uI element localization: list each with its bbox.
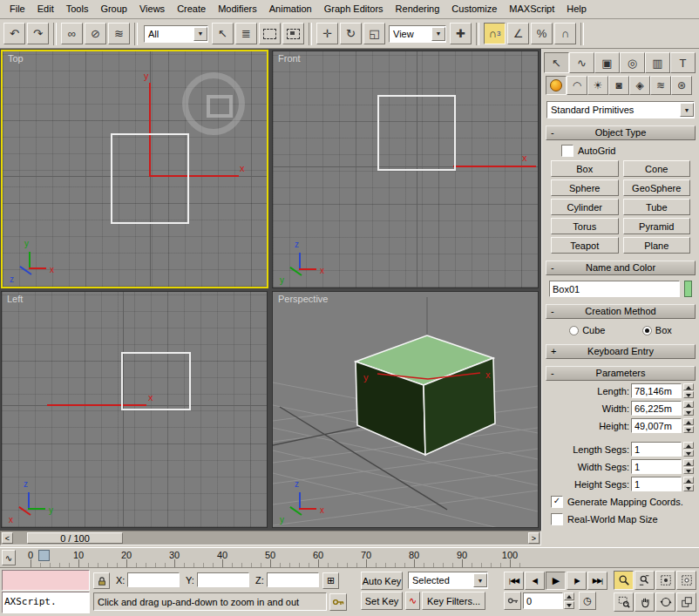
width-segs-input[interactable] bbox=[631, 459, 682, 474]
zoom-button[interactable] bbox=[614, 571, 634, 590]
previous-frame-button[interactable]: ◀| bbox=[525, 572, 545, 590]
time-slider-track[interactable]: < 0 / 100 > bbox=[0, 531, 541, 545]
time-slider-prev-button[interactable]: < bbox=[2, 532, 13, 544]
menu-animation[interactable]: Animation bbox=[263, 0, 318, 18]
category-geometry[interactable] bbox=[546, 76, 567, 95]
key-mode-toggle-button[interactable] bbox=[504, 592, 521, 610]
bind-to-space-warp-button[interactable]: ≋ bbox=[108, 23, 130, 44]
category-helpers[interactable]: ◈ bbox=[629, 76, 650, 95]
trackbar-frame-marker[interactable] bbox=[38, 550, 50, 561]
select-by-name-button[interactable]: ≣ bbox=[235, 23, 257, 44]
box-radio[interactable]: Box bbox=[642, 323, 672, 337]
menu-customize[interactable]: Customize bbox=[445, 0, 503, 18]
keyboard-override-toggle-button[interactable] bbox=[329, 593, 347, 611]
height-spinner[interactable] bbox=[683, 418, 694, 433]
snaps-toggle-button[interactable]: ∩3 bbox=[484, 23, 506, 44]
chevron-down-icon[interactable]: ▼ bbox=[473, 573, 487, 587]
lock-selection-button[interactable] bbox=[93, 572, 110, 589]
menu-edit[interactable]: Edit bbox=[31, 0, 60, 18]
viewport-top[interactable]: Top y x y x z bbox=[1, 50, 268, 288]
maximize-viewport-toggle-button[interactable] bbox=[676, 592, 696, 612]
spinner-down-icon[interactable] bbox=[683, 484, 694, 491]
spinner-down-icon[interactable] bbox=[683, 467, 694, 474]
arc-rotate-button[interactable] bbox=[655, 592, 675, 612]
next-frame-button[interactable]: |▶ bbox=[567, 572, 587, 590]
zoom-all-button[interactable] bbox=[635, 571, 655, 590]
spinner-down-icon[interactable] bbox=[683, 409, 694, 416]
box-button[interactable]: Box bbox=[551, 160, 619, 177]
category-systems[interactable]: ⊛ bbox=[671, 76, 692, 95]
length-spinner[interactable] bbox=[683, 383, 694, 398]
length-segs-spinner[interactable] bbox=[683, 442, 694, 457]
select-and-rotate-button[interactable]: ↻ bbox=[340, 23, 362, 44]
width-spinner[interactable] bbox=[683, 401, 694, 416]
tab-display[interactable]: ▥ bbox=[645, 52, 670, 73]
time-configuration-button[interactable]: ◷ bbox=[579, 592, 596, 610]
torus-button[interactable]: Torus bbox=[551, 218, 619, 234]
category-cameras[interactable]: ◙ bbox=[608, 76, 629, 95]
select-and-scale-button[interactable]: ◱ bbox=[363, 23, 385, 44]
select-and-link-button[interactable]: ∞ bbox=[61, 23, 83, 44]
chevron-down-icon[interactable]: ▼ bbox=[193, 27, 207, 41]
geosphere-button[interactable]: GeoSphere bbox=[623, 179, 691, 196]
width-segs-spinner[interactable] bbox=[683, 459, 694, 474]
auto-key-button[interactable]: Auto Key bbox=[361, 572, 403, 590]
menu-modifiers[interactable]: Modifiers bbox=[212, 0, 263, 18]
select-object-button[interactable]: ↖ bbox=[212, 23, 234, 44]
absolute-offset-toggle-button[interactable]: ⊞ bbox=[322, 572, 339, 589]
spinner-up-icon[interactable] bbox=[683, 442, 694, 449]
time-slider-handle[interactable]: 0 / 100 bbox=[27, 532, 123, 544]
spinner-down-icon[interactable] bbox=[683, 450, 694, 457]
sphere-button[interactable]: Sphere bbox=[551, 179, 619, 196]
go-to-end-button[interactable]: ▶▶| bbox=[587, 572, 607, 590]
chevron-down-icon[interactable]: ▼ bbox=[680, 103, 694, 117]
menu-maxscript[interactable]: MAXScript bbox=[503, 0, 560, 18]
cube-radio[interactable]: Cube bbox=[569, 323, 605, 337]
length-input[interactable] bbox=[631, 383, 682, 398]
tab-utilities[interactable]: T bbox=[670, 52, 696, 73]
rollout-parameters[interactable]: -Parameters bbox=[546, 366, 696, 381]
spinner-up-icon[interactable] bbox=[564, 592, 574, 600]
tab-create[interactable]: ↖ bbox=[544, 52, 569, 73]
maxscript-listener-input[interactable] bbox=[2, 570, 90, 591]
current-frame-input[interactable] bbox=[523, 592, 563, 609]
frame-spinner[interactable] bbox=[564, 592, 574, 609]
viewport-perspective[interactable]: y x Perspective z x y bbox=[272, 291, 539, 528]
height-segs-spinner[interactable] bbox=[683, 477, 694, 491]
select-and-manipulate-button[interactable]: ✚ bbox=[450, 23, 472, 44]
time-slider-next-button[interactable]: > bbox=[528, 532, 540, 544]
real-world-checkbox[interactable] bbox=[551, 513, 563, 525]
pan-button[interactable] bbox=[635, 592, 655, 612]
select-and-move-button[interactable]: ✛ bbox=[316, 23, 338, 44]
length-segs-input[interactable] bbox=[631, 442, 682, 457]
menu-group[interactable]: Group bbox=[94, 0, 133, 18]
unlink-selection-button[interactable]: ⊘ bbox=[85, 23, 106, 44]
default-tangent-button[interactable]: ∿ bbox=[405, 592, 420, 610]
cylinder-button[interactable]: Cylinder bbox=[551, 199, 619, 215]
y-coord-input[interactable] bbox=[197, 572, 249, 587]
track-bar[interactable]: ∿ 0 10 20 30 40 50 60 70 80 90 100 bbox=[0, 547, 699, 568]
height-segs-input[interactable] bbox=[631, 477, 682, 491]
tab-modify[interactable]: ∿ bbox=[569, 52, 594, 73]
spinner-down-icon[interactable] bbox=[683, 391, 694, 398]
zoom-extents-button[interactable] bbox=[655, 571, 675, 590]
category-lights[interactable]: ☀ bbox=[587, 76, 608, 95]
spinner-snap-toggle-button[interactable]: ∩ bbox=[554, 23, 576, 44]
menu-rendering[interactable]: Rendering bbox=[390, 0, 446, 18]
generate-mapping-checkbox[interactable]: ✓ bbox=[551, 496, 563, 508]
tube-button[interactable]: Tube bbox=[623, 199, 691, 215]
rollout-keyboard-entry[interactable]: +Keyboard Entry bbox=[546, 344, 696, 359]
selection-filter-dropdown[interactable]: All ▼ bbox=[144, 25, 208, 43]
spinner-up-icon[interactable] bbox=[683, 401, 694, 408]
spinner-down-icon[interactable] bbox=[683, 426, 694, 433]
undo-button[interactable]: ↶ bbox=[3, 23, 25, 44]
redo-button[interactable]: ↷ bbox=[27, 23, 49, 44]
zoom-extents-all-button[interactable] bbox=[676, 571, 696, 590]
menu-views[interactable]: Views bbox=[133, 0, 171, 18]
track-bar-ruler[interactable]: 0 10 20 30 40 50 60 70 80 90 100 bbox=[17, 548, 527, 567]
rollout-name-and-color[interactable]: -Name and Color bbox=[546, 261, 696, 275]
height-input[interactable] bbox=[631, 418, 682, 433]
category-shapes[interactable]: ◠ bbox=[567, 76, 587, 95]
spinner-down-icon[interactable] bbox=[564, 601, 574, 609]
category-space-warps[interactable]: ≋ bbox=[650, 76, 671, 95]
